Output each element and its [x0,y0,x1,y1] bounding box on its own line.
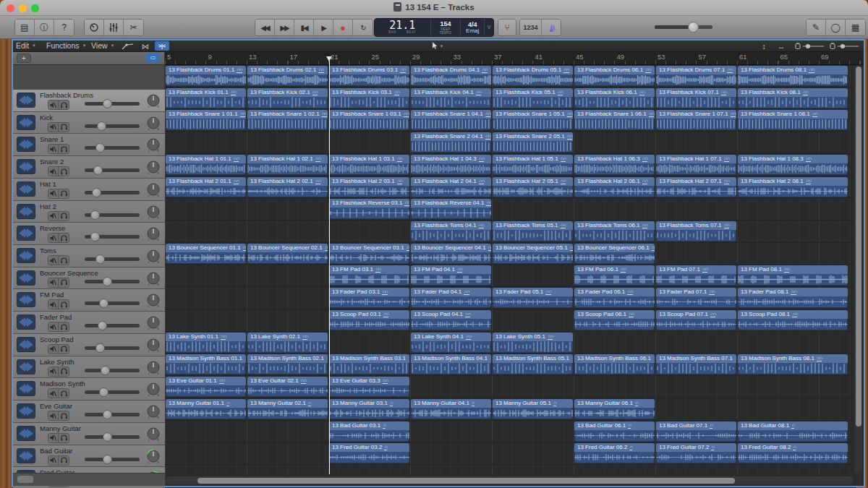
region[interactable]: 13 Flashback Drums 04.1∩∩ [411,66,491,86]
mute-button[interactable] [48,278,59,287]
region[interactable]: 13 Flashback Toms 04.1∩∩ [411,221,491,241]
region[interactable]: 13 Scoop Pad 06.1∩∩ [574,310,655,330]
region[interactable]: 13 Flashback Hat 2 07.1∩∩ [656,177,736,197]
region[interactable]: 13 Flashback Kick 05.1∩∩ [493,88,573,108]
cycle-icon[interactable]: ↻ [353,20,373,35]
solo-button[interactable] [59,300,69,309]
region[interactable]: 13 Flashback Kick 01.1∩∩ [166,88,246,108]
mute-button[interactable] [48,145,59,153]
vertical-auto-zoom-icon[interactable]: ↕ [757,41,771,51]
mute-button[interactable] [48,167,59,176]
region[interactable]: 13 Madison Synth Bass 07.1 [656,354,736,374]
region[interactable]: 13 Scoop Pad 04.1∩∩ [411,310,491,330]
pan-knob[interactable]: LR [145,115,161,134]
pan-knob[interactable]: LR [145,448,161,467]
region[interactable]: 13 Flashback Drums 08.1∩∩ [738,66,848,86]
region[interactable]: 13 Flashback Snare 1 03.1∩∩ [329,110,409,130]
playhead-line[interactable] [329,61,330,474]
metronome-icon[interactable] [542,20,561,35]
pan-knob[interactable]: LR [145,159,161,178]
track-header-lake-synth[interactable]: Lake SynthLR [13,356,165,379]
volume-knob[interactable] [95,343,105,353]
pointer-tool-button[interactable]: ▼ [427,41,448,51]
pan-knob[interactable]: LR [145,292,161,311]
track-header-manny-guitar[interactable]: Manny GuitarLR [13,423,165,445]
region[interactable]: 13 Flashback Hat 1 06.3∩∩ [574,155,655,175]
region[interactable]: 13 Flashback Hat 2 02.1∩∩ [247,177,328,197]
mute-button[interactable] [48,389,59,398]
lcd-display[interactable]: 21.1 BARBEAT 154 KEEPTEMPO 4/4 Emaj ᐯ [374,18,494,37]
volume-slider[interactable] [85,435,140,439]
region[interactable]: 13 Flashback Hat 2 06.1∩∩ [574,177,655,197]
editors-icon[interactable]: ✂ [124,20,143,35]
volume-slider[interactable] [85,235,140,239]
volume-slider[interactable] [85,124,140,128]
region[interactable]: 13 Flashback Snare 1 04.1∩∩ [411,110,491,130]
region[interactable]: 13 Flashback Hat 1 03.1∩∩ [329,155,409,175]
horizontal-scrollbar[interactable] [165,476,854,484]
region[interactable]: 13 Flashback Hat 1 07.1∩∩ [656,155,736,175]
mute-button[interactable] [48,322,59,331]
horizontal-zoom-slider[interactable] [829,41,861,51]
pan-knob[interactable]: LR [145,204,161,223]
master-volume-slider[interactable] [655,25,712,29]
menu-functions[interactable]: Functions▼ [46,41,86,50]
region[interactable]: 13 Manny Guitar 04.1∩ [411,399,491,419]
pan-knob[interactable]: LR [145,337,161,356]
mute-button[interactable] [48,100,59,109]
menu-edit[interactable]: Edit▼ [16,41,36,50]
solo-button[interactable] [59,167,69,176]
region[interactable]: 13 Flashback Snare 1 07.1∩∩ [656,110,736,130]
region[interactable]: 13 Madison Synth Bass 03.1 [329,354,409,374]
region[interactable]: 13 Flashback Hat 1 01.1∩∩ [166,155,246,175]
track-header-madison-synth[interactable]: Madison SynthLR [13,378,165,401]
volume-slider[interactable] [85,146,140,150]
horizontal-scroll-thumb[interactable] [197,478,735,484]
count-in-button[interactable]: 1234 [520,20,542,35]
crossfade-icon[interactable]: ⋈ [139,41,152,51]
region[interactable]: 13 Flashback Drums 06.1∩∩ [574,66,655,86]
mute-button[interactable] [48,256,59,265]
volume-slider[interactable] [85,191,140,194]
region[interactable]: 13 Manny Guitar 03.1∩ [329,399,409,419]
volume-slider[interactable] [85,213,140,217]
region[interactable]: 13 Flashback Hat 1 08.3∩∩ [738,155,848,175]
track-header-scoop-pad[interactable]: Scoop PadLR [13,334,165,356]
region[interactable]: 13 FM Pad 04.1∩∩ [411,265,491,286]
region[interactable]: 13 Fred Guitar 07.2∩ [656,443,736,463]
region[interactable]: 13 Flashback Hat 2 04.1∩∩ [411,177,491,197]
region[interactable]: 13 Flashback Snare 1 06.1∩∩ [574,110,655,130]
region[interactable]: 13 Flashback Toms 06.1∩∩ [574,221,655,241]
region[interactable]: 13 Bouncer Sequencer 02.1∩∩ [247,244,328,264]
volume-slider[interactable] [85,301,140,305]
pan-knob[interactable]: LR [145,381,161,400]
volume-knob[interactable] [90,232,100,241]
horizontal-auto-zoom-icon[interactable]: ↔ [774,41,788,51]
volume-knob[interactable] [101,366,110,375]
track-header-eve-guitar[interactable]: Eve GuitarLR [13,401,165,423]
volume-knob[interactable] [90,210,100,220]
mute-button[interactable] [48,456,59,465]
region[interactable]: 13 Flashback Hat 1 04.3∩∩ [411,155,491,175]
volume-slider[interactable] [85,280,140,283]
pan-knob[interactable]: LR [145,137,161,155]
solo-button[interactable] [59,256,69,265]
pan-knob[interactable]: LR [145,181,161,200]
region[interactable]: 13 Flashback Kick 06.1∩∩ [574,88,655,108]
track-header-hat-1[interactable]: Hat 1LR [13,179,165,201]
stop-go-to-beginning-icon[interactable]: ▮◀ [294,20,314,35]
forward-icon[interactable]: ▶▶ [275,20,294,35]
region[interactable]: 13 Flashback Snare 1 05.1∩∩ [493,110,573,130]
region[interactable]: 13 Flashback Drums 01.1∩∩ [166,66,246,86]
track-header-snare-2[interactable]: Snare 2LR [13,156,165,179]
region[interactable]: 13 Flashback Snare 1 02.1∩∩ [247,110,328,130]
mute-button[interactable] [48,367,59,376]
region[interactable]: 13 Eve Guitar 02.1∩∩ [247,377,328,397]
play-icon[interactable]: ▶ [314,20,333,35]
loop-browser-icon[interactable]: ◯ [826,20,846,35]
quick-help-icon[interactable]: ? [54,20,74,35]
region[interactable]: 13 Lake Synth 05.1∩∩ [493,333,573,353]
playhead-handle[interactable] [326,56,332,61]
region[interactable]: 13 Scoop Pad 08.1∩∩ [738,310,848,330]
volume-knob[interactable] [99,299,109,308]
